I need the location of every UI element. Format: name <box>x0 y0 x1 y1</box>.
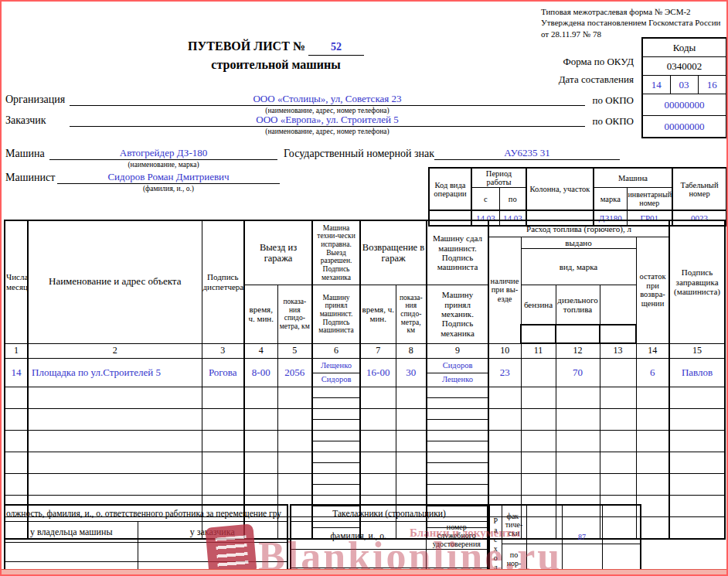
empty-signature <box>313 441 359 451</box>
empty-cell <box>488 409 521 431</box>
fuel-diesel-cell: 70 <box>556 359 600 387</box>
okud-value-cell: 0340002 <box>642 57 726 76</box>
empty-cell <box>5 409 28 431</box>
empty-signature <box>313 431 359 441</box>
empty-cell <box>636 409 669 431</box>
consumption-fact-value: 87 <box>562 505 602 544</box>
return-time-cell: 16-00 <box>360 359 396 387</box>
empty-cell <box>277 452 312 474</box>
rigger-cert-header: номер служебного удостоверения <box>426 522 488 550</box>
empty-cell <box>277 474 312 496</box>
driver-value: Сидоров Роман Дмитриевич <box>57 171 280 184</box>
form-reference-line: Утверждена постановлением Госкомстата Ро… <box>541 17 728 28</box>
empty-signatures-cell <box>312 474 360 496</box>
inventory-number-header: инвентарный номер <box>627 188 672 211</box>
empty-signatures-cell <box>312 452 360 474</box>
empty-cell <box>488 452 521 474</box>
col-header-fuel-issued: выдано <box>521 237 636 249</box>
empty-cell <box>396 409 427 431</box>
empty-cell <box>669 409 725 431</box>
empty-cell <box>360 387 396 409</box>
empty-signatures-cell <box>427 431 488 452</box>
machine-group-header: Машина <box>594 168 672 188</box>
driver-signature: Сидоров <box>427 360 488 373</box>
col-header-fuel-kind: вид, марка <box>521 249 636 285</box>
riggers-table: Такелажники (стропальщики) фамилия, и., … <box>290 504 488 576</box>
empty-cell <box>28 409 202 431</box>
empty-signatures-cell <box>312 431 360 452</box>
customer-hint: (наименование, адрес, номер телефона) <box>70 128 585 135</box>
operation-codes-table: Код вида операции Период работы Колонна,… <box>428 167 727 227</box>
driver-hint: (фамилия, и., о.) <box>57 185 280 193</box>
empty-cell <box>600 474 636 496</box>
empty-signatures-cell <box>427 409 488 431</box>
empty-cell <box>5 474 28 496</box>
okpo-value-cell: 00000000 <box>642 116 726 138</box>
fuel-brand-entry-cell <box>521 325 556 343</box>
col-header-diesel: дизельного топлива <box>556 285 600 325</box>
trip-day-cell: 14 <box>5 359 28 387</box>
okpo-value-cell: 00000000 <box>642 94 726 116</box>
subtitle-text: строительной машины <box>121 56 430 73</box>
empty-signature <box>427 441 488 451</box>
main-empty-row <box>5 452 725 474</box>
empty-cell <box>521 409 556 431</box>
empty-cell <box>556 474 600 496</box>
consumption-vertical-label: Расход <box>489 505 502 576</box>
col-header-filler-signature: Подпись заправщика (машиниста) <box>669 220 725 343</box>
empty-cell <box>669 474 725 496</box>
column-section-header: Колонна, участок <box>526 168 594 210</box>
empty-cell <box>5 543 138 562</box>
col-header-days: Числа месяца <box>5 220 28 343</box>
depart-odometer-cell: 2056 <box>277 359 312 387</box>
col-header-fuel-present: наличие при вы-езде <box>488 237 521 344</box>
driver-label: Машинист <box>5 172 55 184</box>
col-header-mechanic-accept: Машину принял механик. Подпись механика <box>427 285 488 344</box>
empty-signature <box>427 410 488 420</box>
col-header-driver-handover: Машину сдал машинист. Подпись машиниста <box>427 220 488 285</box>
col-header-depart: Выезд из гаража <box>244 220 312 285</box>
main-empty-row <box>5 474 725 496</box>
empty-cell <box>521 474 556 496</box>
responsible-worker-title: олжность, фамилия, и., о. ответственного… <box>5 505 287 522</box>
column-numbers-row: 1 2 3 4 5 6 7 8 9 10 11 12 13 14 15 <box>5 343 725 359</box>
empty-signature <box>313 453 359 463</box>
waybill-number: 52 <box>308 39 364 56</box>
empty-signatures-cell <box>312 409 360 431</box>
empty-signatures-cell <box>312 387 360 409</box>
empty-cell <box>360 431 396 452</box>
empty-cell <box>669 431 725 452</box>
empty-cell <box>600 431 636 452</box>
col-number-cell: 14 <box>636 343 669 359</box>
empty-cell <box>202 431 244 452</box>
owner-column-header: у владельца машины <box>5 522 138 543</box>
empty-cell <box>556 387 600 409</box>
empty-cell <box>5 452 28 474</box>
col-header-petrol: бензина <box>521 285 556 325</box>
period-to-header: по <box>499 188 526 211</box>
main-empty-row <box>5 431 725 452</box>
col-number-cell: 1 <box>5 343 28 359</box>
form-reference-line: Типовая межотраслевая форма № ЭСМ-2 <box>541 6 728 17</box>
codes-table: Коды 0340002 14 03 16 00000000 00000000 <box>641 37 727 138</box>
period-from-header: с <box>471 188 499 211</box>
date-label: Дата составления <box>479 73 634 86</box>
empty-signature <box>313 398 359 407</box>
empty-cell <box>244 409 277 431</box>
work-period-header: Период работы <box>471 168 526 188</box>
col-number-cell: 7 <box>360 343 396 359</box>
organization-label: Организация <box>5 94 65 106</box>
empty-signature <box>427 485 488 494</box>
empty-cell <box>396 431 427 452</box>
empty-signature <box>427 475 488 485</box>
empty-cell <box>669 496 725 517</box>
return-signatures-cell: Сидоров Лещенко <box>427 359 488 387</box>
consumption-fact-label: фак-тиче-ски <box>502 505 526 544</box>
customer-value: ООО «Европа», ул. Строителей 5 <box>70 114 585 127</box>
col-header-return: Возвращение в гараж <box>360 220 427 285</box>
col-header-depart-time: время, ч. мин. <box>244 285 277 344</box>
empty-signature <box>313 485 359 494</box>
empty-signature <box>313 463 359 472</box>
date-day-cell: 14 <box>642 76 670 94</box>
empty-signature <box>427 398 488 407</box>
